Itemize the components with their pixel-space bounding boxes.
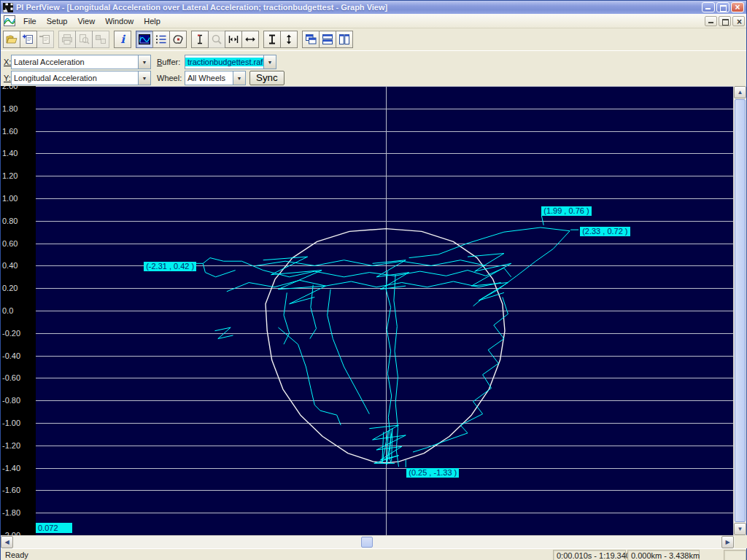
menu-view[interactable]: View [72, 15, 100, 28]
remove-view-button[interactable] [36, 31, 54, 48]
y-tick-label: -0.40 [2, 351, 20, 360]
y-tick-label: 1.80 [2, 104, 18, 113]
sync-button[interactable]: Sync [249, 71, 285, 85]
tile-vertical-button[interactable] [336, 31, 353, 48]
info-button[interactable]: i [114, 31, 131, 48]
wheel-select[interactable]: All Wheels ▼ [185, 71, 246, 85]
point-callout: (2.33 , 0.72 ) [580, 227, 630, 236]
y-tick-label: 1.20 [2, 171, 18, 180]
point-callout: (0.25 , -1.33 ) [406, 468, 459, 478]
status-ready: Ready [5, 551, 28, 559]
menu-window[interactable]: Window [100, 15, 139, 28]
status-distance-range: 0.000km - 3.438km [627, 550, 700, 560]
wheel-value: All Wheels [185, 74, 233, 82]
export-button[interactable] [92, 31, 109, 48]
scroll-up-button[interactable]: ▲ [734, 86, 746, 98]
open-file-button[interactable] [3, 31, 20, 48]
y-tick-label: 2.00 [2, 86, 18, 90]
close-button[interactable] [731, 2, 744, 12]
menu-bar: FileSetupViewWindowHelp [1, 14, 746, 28]
y-tick-label: 0.60 [2, 239, 18, 248]
scrollbar-corner [735, 535, 747, 548]
status-time-range: 0:00.010s - 1:19.340s [553, 550, 626, 560]
title-bar[interactable]: PI PerfView - [Longitudal Acceleration o… [1, 1, 746, 14]
y-tick-label: 0.40 [2, 261, 18, 270]
print-preview-button[interactable] [75, 31, 93, 48]
plot-area[interactable]: 0.072 (1.99 , 0.76 )(2.33 , 0.72 )(-2.31… [36, 86, 735, 535]
y-tick-label: 0.20 [2, 284, 18, 292]
y-tick-label: -1.60 [2, 486, 20, 494]
graph-view: 2.001.801.601.401.201.000.800.600.400.20… [1, 86, 735, 535]
point-callout: (-2.31 , 0.42 ) [144, 262, 196, 271]
cascade-windows-button[interactable] [302, 31, 320, 48]
toolbar: i [1, 28, 746, 50]
y-tick-label: 1.00 [2, 194, 18, 203]
menu-help[interactable]: Help [139, 15, 166, 28]
app-window: PI PerfView - [Longitudal Acceleration o… [0, 0, 747, 560]
status-bar: Ready 0:00.010s - 1:19.340s 0.000km - 3.… [1, 548, 746, 560]
scroll-left-button[interactable]: ◀ [1, 536, 13, 548]
scroll-right-button[interactable]: ▶ [721, 536, 734, 548]
y-tick-label: -1.20 [2, 441, 20, 450]
status-extra-panel [724, 550, 746, 560]
y-tick-label: 0.80 [2, 217, 18, 225]
cursor-readout: 0.072 [36, 523, 72, 533]
pan-horizontal-button[interactable] [241, 31, 259, 48]
chevron-down-icon[interactable]: ▼ [138, 55, 150, 69]
wheel-label: Wheel: [157, 74, 182, 82]
vertical-scrollbar[interactable]: ▲ ▼ [733, 86, 746, 535]
pan-vertical-button[interactable] [280, 31, 298, 48]
add-view-button[interactable] [20, 31, 37, 48]
menu-setup[interactable]: Setup [42, 15, 73, 28]
x-channel-select[interactable]: Lateral Acceleration ▼ [11, 55, 151, 69]
track-map-view-button[interactable] [169, 31, 187, 48]
buffer-label: Buffer: [157, 58, 180, 66]
y-tick-label: -0.60 [2, 373, 20, 382]
scroll-down-button[interactable]: ▼ [734, 523, 746, 535]
y-channel-label: Y: [4, 74, 11, 82]
graph-view-button[interactable] [136, 31, 153, 48]
menu-file[interactable]: File [18, 15, 42, 28]
restore-button[interactable] [716, 2, 729, 12]
child-close-button[interactable] [732, 16, 745, 26]
fit-vertical-button[interactable] [263, 31, 281, 48]
app-icon [3, 3, 13, 12]
x-channel-value: Lateral Acceleration [12, 58, 138, 66]
chevron-down-icon[interactable]: ▼ [263, 55, 276, 69]
y-tick-label: -0.80 [2, 396, 20, 405]
y-tick-label: -1.00 [2, 419, 20, 427]
vertical-scroll-thumb[interactable] [735, 99, 746, 522]
list-view-button[interactable] [152, 31, 170, 48]
y-tick-label: 1.40 [2, 149, 18, 158]
y-tick-label: 0.0 [2, 306, 13, 315]
horizontal-scroll-thumb[interactable] [361, 537, 373, 548]
fit-horizontal-button[interactable] [225, 31, 242, 48]
gg-scatter-plot [36, 86, 735, 535]
tile-horizontal-button[interactable] [319, 31, 336, 48]
chevron-down-icon[interactable]: ▼ [138, 71, 150, 85]
minimize-button[interactable] [702, 2, 715, 12]
buffer-value: tractionbudgettest.raf [185, 58, 263, 66]
cursor-button[interactable] [191, 31, 209, 48]
window-title: PI PerfView - [Longitudal Acceleration o… [16, 3, 702, 12]
channel-controls: X: Lateral Acceleration ▼ Buffer: tracti… [1, 50, 746, 86]
y-tick-label: 1.60 [2, 127, 18, 136]
y-tick-label: -1.40 [2, 464, 20, 472]
horizontal-scrollbar[interactable]: ◀ ▶ [1, 535, 735, 548]
zoom-button[interactable] [208, 31, 225, 48]
graph-document-icon [4, 15, 15, 26]
y-channel-value: Longitudal Acceleration [12, 74, 138, 82]
y-axis: 2.001.801.601.401.201.000.800.600.400.20… [1, 86, 36, 535]
y-channel-select[interactable]: Longitudal Acceleration ▼ [11, 71, 151, 85]
print-button[interactable] [58, 31, 76, 48]
x-channel-label: X: [4, 58, 11, 66]
buffer-select[interactable]: tractionbudgettest.raf ▼ [185, 55, 276, 69]
child-restore-button[interactable] [719, 16, 731, 26]
y-tick-label: -1.80 [2, 508, 20, 517]
point-callout: (1.99 , 0.76 ) [541, 206, 591, 216]
chevron-down-icon[interactable]: ▼ [233, 71, 245, 85]
child-minimize-button[interactable] [705, 16, 717, 26]
y-tick-label: -0.20 [2, 329, 20, 338]
